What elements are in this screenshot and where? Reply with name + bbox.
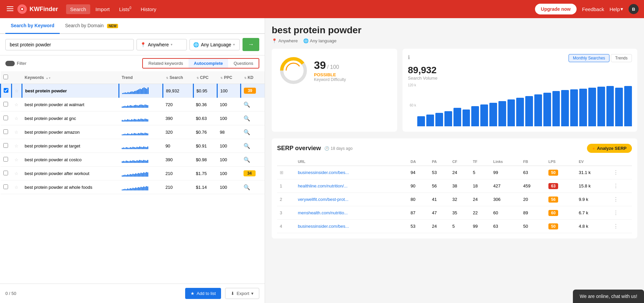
feedback-link[interactable]: Feedback [582,6,604,12]
analyze-serp-button[interactable]: ● Analyze SERP [587,144,632,153]
trend-bar [137,105,138,108]
favorite-star[interactable]: ☆ [14,171,18,176]
more-options-icon[interactable]: ⋮ [613,210,619,216]
col-ppc[interactable]: ⇅ PPC [217,71,240,84]
serp-col-tf[interactable]: TF [470,158,491,166]
tab-autocomplete[interactable]: Autocomplete [189,59,228,68]
tab-search-by-domain[interactable]: Search by Domain NEW [60,18,123,34]
location-selector[interactable]: 📍 Anywhere ▾ [137,39,187,50]
serp-url[interactable]: healthline.com/nutrition/... [298,183,347,188]
metrics-row: 39 / 100 POSSIBLE Keyword Difficulty ℹ M… [272,49,637,132]
trend-bar [128,161,129,163]
trend-bar [131,174,132,177]
keyword-name[interactable]: best protein powder amazon [25,130,80,135]
serp-da: 80 [408,193,429,206]
serp-col-pa[interactable]: PA [429,158,450,166]
favorite-star[interactable]: ☆ [14,116,18,121]
keyword-name[interactable]: best protein powder after workout [25,171,90,176]
serp-cf: 24 [449,166,470,179]
keyword-name[interactable]: best protein powder at walmart [25,102,85,107]
serp-url[interactable]: menshealth.com/nutritio... [298,210,348,215]
left-panel: Search by Keyword Search by Domain NEW 📍… [0,18,265,303]
serp-col-lps[interactable]: LPS [546,158,576,166]
row-checkbox[interactable] [3,143,8,148]
col-search[interactable]: ⇅ Search [163,71,193,84]
info-icon[interactable]: ℹ [408,54,410,60]
favorite-star[interactable]: ☆ [14,102,18,107]
trend-bar [137,134,138,135]
favorite-star[interactable]: ☆ [15,88,19,93]
row-checkbox[interactable] [3,129,8,134]
trend-bar [132,188,133,190]
globe-icon: 🌐 [193,42,199,47]
nav-history[interactable]: History [137,4,160,14]
favorite-star[interactable]: ☆ [14,143,18,148]
kd-search-icon[interactable]: 🔍 [244,184,250,190]
kd-search-icon[interactable]: 🔍 [244,143,250,149]
row-checkbox[interactable] [3,116,8,120]
trend-mini-chart [122,184,160,190]
chart-bar [570,89,578,126]
tab-monthly-searches[interactable]: Monthly Searches [569,54,609,62]
col-kd[interactable]: ⇅ KD [241,71,265,84]
kd-search-icon[interactable]: 🔍 [244,102,250,107]
serp-url[interactable]: verywellfit.com/best-prot... [298,197,348,202]
serp-col-cf[interactable]: CF [449,158,470,166]
keyword-name[interactable]: best protein powder at costco [25,157,82,162]
nav-import[interactable]: Import [92,4,114,14]
chat-bubble[interactable]: We are online, chat with us! [573,290,644,303]
kd-search-icon[interactable]: 🔍 [244,157,250,163]
more-options-icon[interactable]: ⋮ [613,223,619,229]
kd-search-icon[interactable]: 🔍 [244,129,250,135]
row-checkbox[interactable] [3,171,8,175]
serp-rank: 4 [280,224,282,229]
filter-toggle[interactable]: Filter [5,61,26,66]
serp-col-links[interactable]: Links [490,158,520,166]
upgrade-button[interactable]: Upgrade now [535,4,577,14]
serp-url[interactable]: businessinsider.com/bes... [298,224,349,229]
tab-questions[interactable]: Questions [228,59,259,68]
keyword-input[interactable] [5,39,134,50]
favorite-star[interactable]: ☆ [14,185,18,190]
select-all-checkbox[interactable] [3,75,8,79]
logo[interactable]: KWFinder [17,4,58,14]
user-avatar[interactable]: B [629,4,639,14]
keyword-name[interactable]: best protein powder at whole foods [25,185,93,190]
keyword-name[interactable]: best protein powder at target [25,143,80,148]
export-button[interactable]: ⬇ Export ▾ [225,288,259,299]
col-keywords[interactable]: Keywords ▲▼ [22,71,119,84]
nav-search[interactable]: Search [66,4,90,14]
trend-bar [145,173,146,177]
language-selector[interactable]: 🌐 Any Language ▾ [190,39,240,50]
kd-search-icon[interactable]: 🔍 [244,116,250,121]
col-cpc[interactable]: ⇅ CPC [193,71,217,84]
tab-related-keywords[interactable]: Related keywords [143,59,188,68]
nav-lists[interactable]: Lists0 [115,4,135,14]
help-link[interactable]: Help ▾ [609,6,623,12]
serp-url[interactable]: businessinsider.com/bes... [298,170,349,175]
add-to-list-button[interactable]: ★ Add to list [185,288,221,299]
serp-col-fb[interactable]: FB [521,158,546,166]
ppc-value: 100 [217,139,240,153]
tab-trends[interactable]: Trends [611,54,632,62]
search-go-button[interactable]: → [243,38,259,51]
favorite-star[interactable]: ☆ [14,157,18,162]
row-checkbox[interactable] [3,102,8,106]
keyword-name[interactable]: best protein powder [25,88,67,93]
keyword-name[interactable]: best protein powder at gnc [25,116,76,121]
more-options-icon[interactable]: ⋮ [613,183,619,189]
search-value: 89,932 [163,84,193,98]
more-options-icon[interactable]: ⋮ [613,170,619,175]
more-options-icon[interactable]: ⋮ [613,197,619,202]
row-checkbox[interactable] [4,88,8,93]
favorite-star[interactable]: ☆ [14,130,18,135]
row-checkbox[interactable] [3,184,8,189]
serp-col-da[interactable]: DA [408,158,429,166]
col-trend[interactable]: Trend [119,71,163,84]
row-checkbox[interactable] [3,157,8,162]
serp-col-ev[interactable]: EV [576,158,610,166]
chart-bar [489,103,497,126]
trend-bar [138,161,139,163]
tab-search-by-keyword[interactable]: Search by Keyword [5,18,60,34]
hamburger-icon[interactable] [5,4,15,14]
